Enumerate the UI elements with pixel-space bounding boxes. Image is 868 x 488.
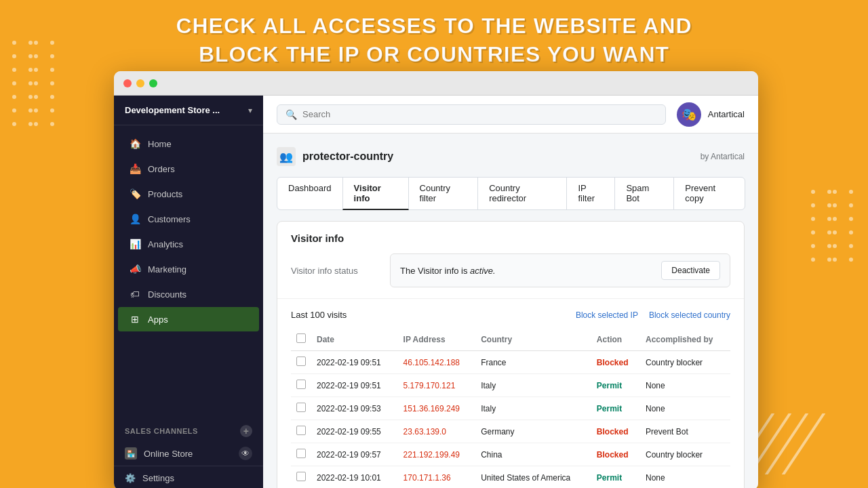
row-checkbox[interactable]: [296, 403, 306, 412]
maximize-icon[interactable]: [149, 79, 157, 87]
sidebar-item-settings[interactable]: ⚙️ Settings: [125, 473, 252, 483]
row-date: 2022-02-19 09:53: [311, 397, 398, 420]
tab-country-filter[interactable]: Country filter: [408, 177, 479, 210]
block-ip-link[interactable]: Block selected IP: [576, 310, 638, 320]
row-action: Permit: [591, 374, 640, 397]
select-all-checkbox[interactable]: [296, 333, 306, 343]
user-avatar-area[interactable]: 🎭 Antartical: [677, 102, 745, 127]
tab-visitor-info[interactable]: Visitor info: [342, 177, 409, 210]
table-row: 2022-02-19 09:53 151.36.169.249 Italy Pe…: [291, 397, 730, 420]
online-store-label: Online Store: [144, 449, 193, 459]
sidebar-item-products[interactable]: 🏷️ Products: [118, 182, 259, 206]
row-checkbox[interactable]: [296, 472, 306, 481]
row-action: Blocked: [591, 351, 640, 374]
sidebar-item-label: Products: [148, 189, 182, 199]
block-country-link[interactable]: Block selected country: [649, 310, 730, 320]
sidebar-item-analytics[interactable]: 📊 Analytics: [118, 232, 259, 256]
row-accomplished: Prevent Bot: [640, 420, 730, 443]
search-input[interactable]: [302, 109, 657, 119]
main-content: 🔍 🎭 Antartical 👥 protector-country by An…: [263, 96, 758, 488]
ip-address-link[interactable]: 151.36.169.249: [403, 404, 460, 413]
settings-label: Settings: [142, 473, 174, 483]
analytics-icon: 📊: [129, 238, 141, 250]
row-date: 2022-02-19 09:55: [311, 420, 398, 443]
ip-address-link[interactable]: 46.105.142.188: [403, 358, 460, 367]
sidebar-item-orders[interactable]: 📥 Orders: [118, 157, 259, 181]
visitor-info-section: Visitor info Visitor info status The Vis…: [277, 222, 744, 299]
search-icon: 🔍: [285, 109, 297, 120]
browser-window: Developement Store ... ▾ 🏠 Home 📥 Orders…: [114, 71, 758, 488]
discounts-icon: 🏷: [129, 288, 141, 300]
sidebar-item-online-store[interactable]: 🏪 Online Store 👁: [114, 441, 263, 466]
action-badge: Permit: [597, 381, 622, 390]
row-ip: 221.192.199.49: [398, 443, 476, 466]
avatar: 🎭: [677, 102, 701, 127]
search-bar[interactable]: 🔍: [277, 104, 666, 125]
sidebar-item-discounts[interactable]: 🏷 Discounts: [118, 282, 259, 306]
minimize-icon[interactable]: [136, 79, 144, 87]
row-accomplished: None: [640, 397, 730, 420]
tab-prevent-copy[interactable]: Prevent copy: [673, 177, 745, 210]
th-action: Action: [591, 328, 640, 351]
row-checkbox[interactable]: [296, 449, 306, 458]
eye-icon[interactable]: 👁: [239, 447, 252, 460]
sidebar-item-label: Home: [148, 139, 172, 149]
sidebar-item-marketing[interactable]: 📣 Marketing: [118, 257, 259, 281]
row-action: Permit: [591, 397, 640, 420]
online-store-icon: 🏪: [125, 447, 137, 460]
add-channel-button[interactable]: +: [240, 425, 252, 437]
th-checkbox: [291, 328, 311, 351]
row-ip: 23.63.139.0: [398, 420, 476, 443]
browser-titlebar: [114, 71, 758, 96]
row-date: 2022-02-19 10:01: [311, 466, 398, 489]
app-author: by Antartical: [701, 152, 745, 161]
visits-table: Date IP Address Country Action Accomplis…: [291, 328, 730, 488]
ip-address-link[interactable]: 5.179.170.121: [403, 381, 456, 390]
tab-country-redirector[interactable]: Country redirector: [477, 177, 567, 210]
status-text: The Visitor info is active.: [400, 266, 496, 276]
visits-title: Last 100 visits: [291, 310, 347, 320]
row-action: Permit: [591, 466, 640, 489]
sidebar-item-home[interactable]: 🏠 Home: [118, 131, 259, 156]
chevron-down-icon: ▾: [248, 106, 252, 115]
close-icon[interactable]: [123, 79, 132, 87]
sidebar-item-apps[interactable]: ⊞ Apps: [118, 307, 259, 331]
row-checkbox[interactable]: [296, 426, 306, 435]
deactivate-button[interactable]: Deactivate: [661, 261, 720, 280]
row-ip: 151.36.169.249: [398, 397, 476, 420]
svg-line-3: [783, 413, 824, 474]
row-date: 2022-02-19 09:51: [311, 351, 398, 374]
marketing-icon: 📣: [129, 263, 141, 275]
row-checkbox[interactable]: [296, 357, 306, 366]
th-country: Country: [475, 328, 591, 351]
store-name: Developement Store ...: [125, 105, 248, 115]
sidebar-item-label: Marketing: [148, 264, 186, 274]
row-date: 2022-02-19 09:51: [311, 374, 398, 397]
row-accomplished: None: [640, 466, 730, 489]
action-badge: Permit: [597, 473, 622, 483]
row-checkbox-cell: [291, 351, 311, 374]
row-checkbox[interactable]: [296, 380, 306, 389]
traffic-lights: [123, 79, 157, 87]
row-country: United States of America: [475, 466, 591, 489]
sidebar-item-customers[interactable]: 👤 Customers: [118, 207, 259, 231]
row-checkbox-cell: [291, 466, 311, 489]
tab-dashboard[interactable]: Dashboard: [277, 177, 343, 210]
th-date: Date: [311, 328, 398, 351]
sidebar-nav: 🏠 Home 📥 Orders 🏷️ Products 👤 Customers …: [114, 125, 263, 418]
ip-address-link[interactable]: 170.171.1.36: [403, 473, 451, 483]
sidebar-item-label: Apps: [148, 314, 168, 325]
row-ip: 46.105.142.188: [398, 351, 476, 374]
ip-address-link[interactable]: 23.63.139.0: [403, 427, 446, 436]
sales-channels-header: SALES CHANNELS +: [114, 418, 263, 441]
ip-address-link[interactable]: 221.192.199.49: [403, 450, 460, 460]
visits-header: Last 100 visits Block selected IP Block …: [291, 310, 730, 320]
row-country: Italy: [475, 397, 591, 420]
tab-ip-filter[interactable]: IP filter: [566, 177, 615, 210]
home-icon: 🏠: [129, 138, 141, 150]
customers-icon: 👤: [129, 213, 141, 225]
sidebar-footer: ⚙️ Settings: [114, 466, 263, 488]
app-header: 👥 protector-country by Antartical: [277, 147, 745, 166]
tab-spam-bot[interactable]: Spam Bot: [614, 177, 674, 210]
store-selector[interactable]: Developement Store ... ▾: [114, 96, 263, 125]
